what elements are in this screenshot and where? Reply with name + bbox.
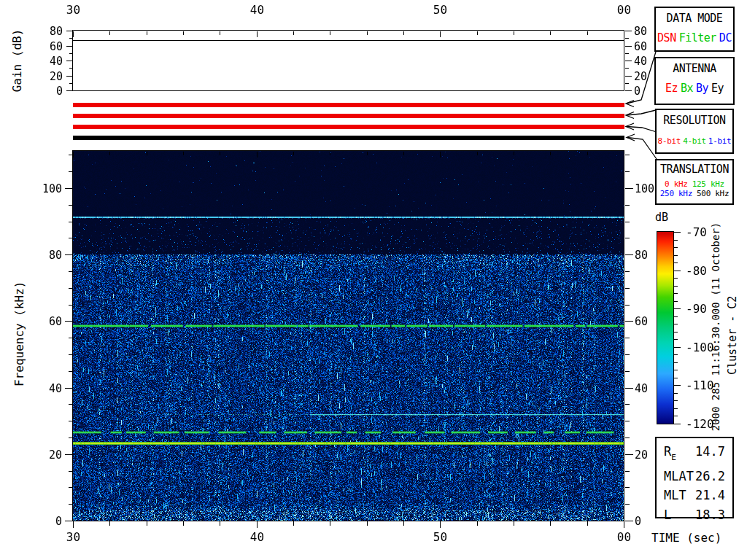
spectrogram-box bbox=[72, 150, 624, 521]
status-bar-antenna bbox=[73, 114, 624, 118]
colorbar-tick-label: -100 bbox=[686, 341, 714, 354]
orbit-row-value: 14.7 bbox=[695, 442, 725, 467]
top-time-tick-label: 50 bbox=[419, 4, 462, 17]
antenna-option-ey: Ey bbox=[711, 82, 724, 95]
timestamp-vertical-label: 2000 285 11:16:30.000 (11 October) bbox=[710, 222, 721, 432]
colorbar-unit-label: dB bbox=[655, 211, 668, 224]
freq-tick-label-left: 60 bbox=[18, 315, 62, 328]
panel-data-mode: DATA MODE DSNFilterDC bbox=[654, 7, 735, 52]
translation-option-500-khz: 500 kHz bbox=[697, 189, 729, 198]
panel-data-mode-title: DATA MODE bbox=[656, 12, 733, 25]
gain-tick-label-left: 80 bbox=[19, 25, 63, 38]
translation-option-125-khz: 125 kHz bbox=[692, 179, 724, 189]
orbit-row-value: 18.3 bbox=[695, 505, 725, 525]
orbit-row-label: MLT bbox=[664, 486, 686, 505]
top-time-tick-label: 30 bbox=[52, 4, 96, 17]
wbd-spectrogram-display: Gain (dB) Frequency (kHz) dB 2000 285 11… bbox=[0, 0, 747, 560]
bottom-time-tick-label: 50 bbox=[419, 531, 462, 544]
colorbar-tick-label: -110 bbox=[686, 379, 714, 392]
orbit-row-mlat: MLAT26.2 bbox=[657, 467, 732, 486]
panel-translation-title: TRANSLATION bbox=[657, 163, 732, 176]
gain-tick-label-left: 60 bbox=[19, 40, 63, 53]
data-mode-options: DSNFilterDC bbox=[656, 31, 733, 44]
bottom-time-tick-label: 00 bbox=[603, 531, 646, 544]
gain-tick-label-right: 80 bbox=[634, 25, 647, 38]
gain-tick-label-right: 0 bbox=[634, 85, 640, 98]
orbit-parameter-rows: RE14.7MLAT26.2MLT21.4L18.3 bbox=[657, 438, 732, 524]
colorbar bbox=[657, 231, 674, 424]
translation-option-250-khz: 250 kHz bbox=[660, 189, 692, 198]
resolution-options: 8-bit4-bit1-bit bbox=[657, 136, 732, 146]
status-bar-resolution bbox=[73, 125, 624, 129]
colorbar-tick-label: -80 bbox=[686, 265, 707, 278]
freq-tick-label-right: 100 bbox=[635, 182, 654, 195]
freq-tick-label-left: 20 bbox=[18, 448, 62, 462]
spectrogram-canvas bbox=[73, 151, 624, 521]
panel-resolution: RESOLUTION 8-bit4-bit1-bit bbox=[655, 109, 734, 154]
translation-option-row: 0 kHz125 kHz bbox=[657, 179, 732, 189]
colorbar-tick-label: -120 bbox=[686, 418, 714, 431]
panel-antenna-title: ANTENNA bbox=[656, 62, 733, 75]
panel-resolution-title: RESOLUTION bbox=[657, 114, 732, 127]
orbit-row-mlt: MLT21.4 bbox=[657, 486, 732, 505]
gain-plot-box bbox=[72, 30, 624, 91]
freq-tick-label-left: 0 bbox=[18, 515, 62, 528]
time-axis-title: TIME (sec) bbox=[651, 531, 721, 545]
freq-tick-label-right: 80 bbox=[635, 249, 648, 262]
panel-translation: TRANSLATION 0 kHz125 kHz250 kHz500 kHz bbox=[655, 159, 734, 205]
gain-tick-label-right: 60 bbox=[634, 40, 647, 53]
orbit-row-value: 21.4 bbox=[695, 486, 725, 505]
orbit-row-l: L18.3 bbox=[657, 505, 732, 525]
antenna-option-ez: Ez bbox=[665, 82, 678, 95]
gain-tick-label-right: 40 bbox=[634, 55, 647, 68]
antenna-option-by: By bbox=[696, 82, 708, 95]
translation-options: 0 kHz125 kHz250 kHz500 kHz bbox=[657, 179, 732, 198]
orbit-row-r: RE14.7 bbox=[657, 442, 732, 467]
status-bar-translation bbox=[73, 136, 624, 140]
freq-tick-label-right: 60 bbox=[635, 315, 648, 328]
bottom-time-tick-label: 40 bbox=[236, 531, 279, 544]
colorbar-tick-label: -90 bbox=[686, 303, 707, 316]
translation-option-0-khz: 0 kHz bbox=[665, 179, 688, 189]
resolution-option-4-bit: 4-bit bbox=[683, 136, 706, 146]
colorbar-tick-label: -70 bbox=[686, 226, 707, 239]
top-time-tick-label: 00 bbox=[603, 4, 646, 17]
resolution-option-1-bit: 1-bit bbox=[708, 136, 732, 146]
data-mode-option-filter: Filter bbox=[679, 31, 716, 44]
freq-tick-label-left: 80 bbox=[18, 249, 62, 262]
freq-tick-label-left: 40 bbox=[18, 382, 62, 395]
bottom-time-tick-label: 30 bbox=[52, 531, 96, 544]
frequency-axis-title: Frequency (kHz) bbox=[14, 281, 26, 386]
orbit-row-label: RE bbox=[664, 442, 676, 467]
antenna-option-bx: Bx bbox=[681, 82, 693, 95]
freq-tick-label-left: 100 bbox=[18, 182, 62, 195]
freq-tick-label-right: 40 bbox=[635, 382, 648, 395]
top-time-tick-label: 40 bbox=[236, 4, 279, 17]
orbit-row-label: MLAT bbox=[664, 467, 694, 486]
translation-option-row: 250 kHz500 kHz bbox=[657, 189, 732, 198]
resolution-option-8-bit: 8-bit bbox=[658, 136, 681, 146]
gain-tick-label-left: 40 bbox=[19, 55, 63, 68]
spacecraft-vertical-label: Cluster - C2 bbox=[727, 296, 738, 375]
status-bar-data-mode bbox=[73, 103, 624, 107]
gain-tick-label-left: 0 bbox=[19, 85, 63, 98]
gain-tick-label-right: 20 bbox=[634, 70, 647, 83]
data-mode-option-dc: DC bbox=[719, 31, 732, 44]
gain-tick-label-left: 20 bbox=[19, 70, 63, 83]
orbit-parameters-panel: RE14.7MLAT26.2MLT21.4L18.3 bbox=[655, 437, 734, 518]
orbit-row-value: 26.2 bbox=[695, 467, 725, 486]
orbit-row-label: L bbox=[664, 505, 671, 525]
freq-tick-label-right: 20 bbox=[635, 448, 648, 462]
panel-antenna: ANTENNA EzBxByEy bbox=[654, 57, 735, 105]
antenna-options: EzBxByEy bbox=[656, 82, 733, 95]
freq-tick-label-right: 0 bbox=[635, 515, 641, 528]
data-mode-option-dsn: DSN bbox=[657, 31, 676, 44]
